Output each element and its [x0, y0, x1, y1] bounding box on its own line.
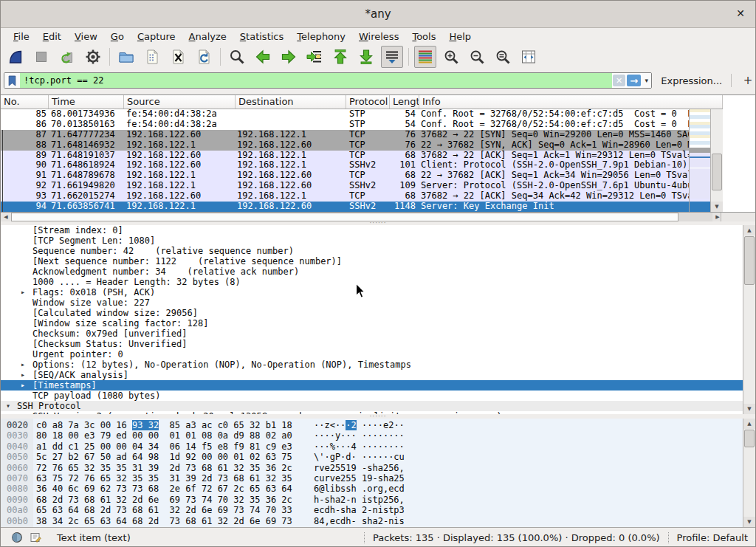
scroll-down-arrow[interactable]: ▼: [743, 404, 755, 414]
capture-comment-icon[interactable]: [30, 531, 41, 543]
zoom-reset-button[interactable]: [492, 46, 514, 68]
hex-row-0080[interactable]: 008036 40 6c 69 62 73 73 68 2e 6f 72 67 …: [1, 484, 755, 494]
packet-row-91[interactable]: 9171.648789678192.168.122.1192.168.122.6…: [1, 171, 723, 181]
menu-file[interactable]: File: [7, 30, 36, 43]
menu-tools[interactable]: Tools: [405, 30, 442, 43]
packet-row-86[interactable]: 8670.013850163fe:54:00:d4:38:2aSTP54Conf…: [1, 120, 723, 130]
packet-row-93[interactable]: 9371.662015274192.168.122.60192.168.122.…: [1, 191, 723, 202]
display-filter-field[interactable]: !tcp.port == 22 ✕ → ▾: [4, 72, 652, 89]
hex-row-0050[interactable]: 00505c 27 b2 67 50 ad 64 98 1d 92 00 00 …: [1, 452, 755, 462]
hex-scrollbar[interactable]: ▲ ▼: [743, 419, 755, 527]
menu-view[interactable]: View: [68, 30, 104, 43]
detail-line-0[interactable]: [Stream index: 0]: [1, 225, 743, 235]
packet-row-85[interactable]: 8568.001734936fe:54:00:d4:38:2aSTP54Conf…: [1, 109, 723, 120]
title-bar[interactable]: *any ✕: [1, 1, 755, 28]
resize-columns-button[interactable]: [518, 46, 540, 68]
filter-apply-button[interactable]: →: [627, 75, 641, 86]
capture-options-button[interactable]: [82, 46, 104, 68]
collapse-arrow-icon[interactable]: ▾: [6, 401, 10, 411]
detail-line-14[interactable]: ▸[SEQ/ACK analysis]: [1, 370, 743, 380]
expand-arrow-icon[interactable]: ▸: [21, 380, 25, 391]
expand-arrow-icon[interactable]: ▸: [21, 370, 25, 380]
hex-row-0070[interactable]: 007063 75 72 76 65 32 35 35 31 39 2d 73 …: [1, 473, 755, 484]
packet-row-90[interactable]: 9071.648618924192.168.122.60192.168.122.…: [1, 160, 723, 171]
zoom-out-button[interactable]: [466, 46, 488, 68]
hex-row-0060[interactable]: 006072 76 65 32 35 35 31 39 2d 73 68 61 …: [1, 463, 755, 473]
filter-dropdown-caret[interactable]: ▾: [642, 73, 651, 88]
packet-list-hscrollbar[interactable]: ◀ ▶: [1, 212, 755, 221]
save-file-button[interactable]: [141, 46, 163, 68]
hex-row-0040[interactable]: 0040a1 dd c1 25 00 00 04 34 06 14 f5 e8 …: [1, 441, 755, 452]
scroll-thumb[interactable]: [744, 430, 755, 447]
go-forward-button[interactable]: [278, 46, 300, 68]
go-to-packet-button[interactable]: [303, 46, 326, 68]
detail-line-12[interactable]: Urgent pointer: 0: [1, 349, 743, 359]
detail-line-3[interactable]: [Next sequence number: 1122 (relative se…: [1, 256, 743, 266]
hscroll-thumb[interactable]: [11, 213, 678, 221]
filter-clear-button[interactable]: ✕: [613, 75, 625, 86]
detail-line-2[interactable]: Sequence number: 42 (relative sequence n…: [1, 246, 743, 256]
detail-line-1[interactable]: [TCP Segment Len: 1080]: [1, 235, 743, 246]
column-header-no[interactable]: No.: [1, 95, 49, 109]
scroll-thumb[interactable]: [744, 236, 755, 285]
scroll-up-arrow[interactable]: ▲: [743, 419, 755, 429]
menu-capture[interactable]: Capture: [131, 30, 182, 43]
detail-line-11[interactable]: [Checksum Status: Unverified]: [1, 339, 743, 349]
close-button[interactable]: ✕: [736, 7, 745, 19]
menu-help[interactable]: Help: [442, 30, 478, 43]
expert-info-icon[interactable]: [11, 531, 23, 543]
packet-row-87[interactable]: 8771.647777234192.168.122.60192.168.122.…: [1, 130, 723, 140]
column-header-destination[interactable]: Destination: [236, 95, 346, 109]
menu-statistics[interactable]: Statistics: [233, 30, 290, 43]
detail-line-10[interactable]: Checksum: 0x79ed [unverified]: [1, 328, 743, 339]
scroll-down-arrow[interactable]: ▼: [743, 517, 755, 527]
filter-bookmark-icon[interactable]: [4, 73, 20, 88]
detail-line-7[interactable]: Window size value: 227: [1, 297, 743, 308]
display-filter-input[interactable]: !tcp.port == 22: [20, 73, 612, 88]
detail-line-9[interactable]: [Window size scaling factor: 128]: [1, 318, 743, 328]
detail-line-5[interactable]: 1000 .... = Header Length: 32 bytes (8): [1, 277, 743, 287]
stop-capture-button[interactable]: [30, 46, 52, 68]
hex-row-0030[interactable]: 003080 18 00 e3 79 ed 00 00 01 01 08 0a …: [1, 430, 755, 441]
detail-line-15[interactable]: ▸[Timestamps]: [1, 380, 743, 391]
scroll-up-arrow[interactable]: ▲: [743, 225, 755, 235]
detail-line-18[interactable]: ▸SSH Version 2 (encryption:chacha20-poly…: [1, 411, 743, 414]
start-capture-button[interactable]: [4, 46, 27, 68]
menu-telephony[interactable]: Telephony: [290, 30, 352, 43]
column-header-time[interactable]: Time: [49, 95, 124, 109]
packet-row-89[interactable]: 8971.648191037192.168.122.60192.168.122.…: [1, 151, 723, 161]
menu-edit[interactable]: Edit: [36, 30, 68, 43]
hex-row-00b0[interactable]: 00b038 34 2c 65 63 64 68 2d 73 68 61 32 …: [1, 516, 755, 526]
detail-line-13[interactable]: ▸Options: (12 bytes), No-Operation (NOP)…: [1, 359, 743, 370]
hex-row-00a0[interactable]: 00a065 63 64 68 2d 73 68 61 32 2d 6e 69 …: [1, 505, 755, 515]
detail-line-17[interactable]: ▾SSH Protocol: [1, 401, 743, 411]
column-header-source[interactable]: Source: [124, 95, 236, 109]
scroll-left-arrow[interactable]: ◀: [1, 213, 11, 221]
column-header-length[interactable]: Length: [390, 95, 419, 109]
hex-row-0020[interactable]: 0020c0 a8 7a 3c 00 16 93 32 85 a3 ac c0 …: [1, 420, 755, 430]
reload-file-button[interactable]: [193, 46, 215, 68]
auto-scroll-button[interactable]: [381, 46, 403, 68]
colorize-button[interactable]: [414, 46, 436, 68]
packet-row-88[interactable]: 8871.648146932192.168.122.1192.168.122.6…: [1, 140, 723, 151]
packet-row-92[interactable]: 9271.661949820192.168.122.1192.168.122.6…: [1, 181, 723, 191]
column-header-protocol[interactable]: Protocol: [346, 95, 390, 109]
open-file-button[interactable]: [115, 46, 137, 68]
menu-analyze[interactable]: Analyze: [182, 30, 233, 43]
find-packet-button[interactable]: [226, 46, 248, 68]
go-back-button[interactable]: [252, 46, 274, 68]
packet-row-94[interactable]: 9471.663856741192.168.122.1192.168.122.6…: [1, 202, 723, 212]
go-first-button[interactable]: [329, 46, 351, 68]
go-last-button[interactable]: [355, 46, 377, 68]
expand-arrow-icon[interactable]: ▸: [21, 359, 25, 370]
expand-arrow-icon[interactable]: ▸: [21, 287, 25, 297]
scroll-down-arrow[interactable]: ▼: [711, 202, 723, 212]
filter-add-button[interactable]: +: [740, 74, 755, 87]
profile-text[interactable]: Profile: Default: [677, 532, 748, 543]
expand-arrow-icon[interactable]: ▸: [21, 411, 25, 414]
detail-line-4[interactable]: Acknowledgment number: 34 (relative ack …: [1, 266, 743, 277]
menu-go[interactable]: Go: [104, 30, 131, 43]
restart-capture-button[interactable]: [56, 46, 78, 68]
detail-line-16[interactable]: TCP payload (1080 bytes): [1, 391, 743, 401]
details-scrollbar[interactable]: ▲ ▼: [743, 225, 755, 414]
